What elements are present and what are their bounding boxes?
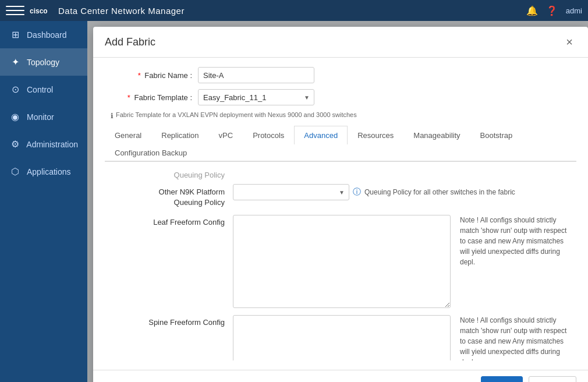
spine-freeform-label: Spine Freeform Config [105,315,233,327]
spine-freeform-control: Note ! All configs should strictly match… [233,315,571,360]
app-title: Data Center Network Manager [58,6,185,16]
other-n9k-label: Other N9K PlatformQueuing Policy [105,184,233,208]
tabs-container: General Replication vPC Protocols Advanc… [105,126,576,162]
tab-bootstrap[interactable]: Bootstrap [470,126,523,144]
sidebar-item-label: Monitor [27,112,54,122]
sidebar-item-administration[interactable]: ⚙ Administration [0,130,87,158]
other-n9k-select[interactable] [233,184,349,200]
cancel-button[interactable]: Cancel [529,376,576,382]
other-n9k-info-icon[interactable]: ⓘ [353,187,361,197]
leaf-freeform-note: Note ! All configs should strictly match… [454,215,571,267]
save-button[interactable]: Save [481,376,523,382]
fabric-template-select[interactable]: Easy_Fabric_11_1 [198,89,314,105]
help-icon[interactable]: ❓ [546,5,558,16]
control-icon: ⊙ [9,84,21,95]
sidebar: ⊞ Dashboard ✦ Topology ⊙ Control ◉ Monit… [0,21,87,382]
applications-icon: ⬡ [9,166,21,177]
fabric-name-input[interactable] [198,67,314,83]
sidebar-item-monitor[interactable]: ◉ Monitor [0,103,87,130]
fabric-template-label: * Fabric Template : [105,93,198,102]
info-icon: ℹ [111,112,114,120]
fabric-hint: ℹ Fabric Template for a VXLAN EVPN deplo… [105,111,576,120]
tab-vpc[interactable]: vPC [209,126,243,144]
modal-title: Add Fabric [105,36,155,48]
leaf-freeform-textarea[interactable] [233,215,451,308]
tab-advanced[interactable]: Advanced [294,126,348,144]
menu-button[interactable] [6,1,24,20]
topbar-right: 🔔 ❓ admi [526,5,582,16]
other-n9k-select-wrapper: ▼ [233,184,349,200]
modal-backdrop: Add Fabric × * Fabric Name : [87,21,588,382]
fabric-template-select-wrapper: Easy_Fabric_11_1 ▼ [198,89,314,105]
add-fabric-modal: Add Fabric × * Fabric Name : [93,27,588,382]
sidebar-item-label: Applications [27,167,71,176]
fabric-name-row: * Fabric Name : [105,67,576,83]
sidebar-item-control[interactable]: ⊙ Control [0,76,87,103]
leaf-freeform-label: Leaf Freeform Config [105,215,233,227]
tab-resources[interactable]: Resources [348,126,403,144]
spine-freeform-textarea[interactable] [233,315,451,360]
tab-manageability[interactable]: Manageability [403,126,470,144]
sidebar-item-label: Control [27,85,53,94]
modal-header: Add Fabric × [93,27,588,58]
tab-protocols[interactable]: Protocols [243,126,294,144]
fabric-template-row: * Fabric Template : Easy_Fabric_11_1 ▼ [105,89,576,105]
tab-configuration-backup[interactable]: Configuration Backup [105,143,197,162]
fabric-name-label: * Fabric Name : [105,71,198,80]
monitor-icon: ◉ [9,111,21,122]
modal-body: * Fabric Name : * Fabric Template : [93,58,588,370]
topbar: cisco Data Center Network Manager 🔔 ❓ ad… [0,0,588,21]
advanced-tab-content: Queuing Policy Other N9K PlatformQueuing… [105,162,576,360]
user-label: admi [566,6,582,15]
spine-freeform-note: Note ! All configs should strictly match… [454,315,571,360]
modal-footer: Save Cancel [93,370,588,382]
sidebar-item-dashboard[interactable]: ⊞ Dashboard [0,21,87,48]
modal-close-button[interactable]: × [562,35,576,49]
leaf-freeform-row: Leaf Freeform Config Note ! All configs … [105,215,576,308]
topology-icon: ✦ [9,56,21,68]
other-n9k-row: Other N9K PlatformQueuing Policy ▼ ⓘ Que… [105,184,576,208]
spine-freeform-row: Spine Freeform Config Note ! All configs… [105,315,576,360]
tab-replication[interactable]: Replication [151,126,208,144]
notification-icon[interactable]: 🔔 [526,5,538,16]
administration-icon: ⚙ [9,139,20,150]
sidebar-item-label: Dashboard [27,30,67,40]
sidebar-item-label: Administration [26,140,78,149]
main-layout: ⊞ Dashboard ✦ Topology ⊙ Control ◉ Monit… [0,21,588,382]
sidebar-item-label: Topology [27,58,59,67]
cisco-logo: cisco [29,3,58,17]
leaf-freeform-control: Note ! All configs should strictly match… [233,215,571,308]
queuing-policy-row: Queuing Policy [105,168,576,179]
dashboard-icon: ⊞ [9,29,21,40]
other-n9k-info-text: Queuing Policy for all other switches in… [364,188,571,196]
sidebar-item-topology[interactable]: ✦ Topology [0,48,87,76]
svg-text:cisco: cisco [30,7,48,15]
other-n9k-control: ▼ ⓘ Queuing Policy for all other switche… [233,184,571,200]
content-area: Add Fabric × * Fabric Name : [87,21,588,382]
sidebar-item-applications[interactable]: ⬡ Applications [0,158,87,185]
tab-general[interactable]: General [105,126,151,144]
queuing-policy-label: Queuing Policy [105,168,233,179]
